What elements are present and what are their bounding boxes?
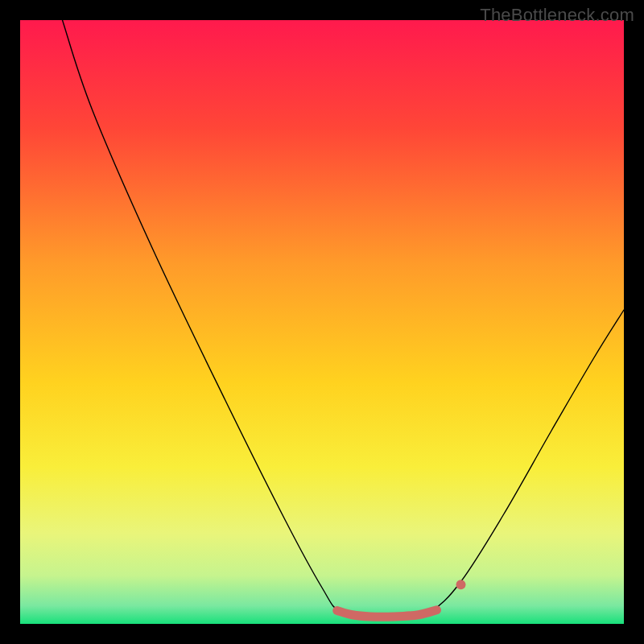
- attribution-label: TheBottleneck.com: [480, 5, 634, 26]
- right-shoulder-dot: [456, 580, 466, 589]
- flat-bottom-marker: [337, 610, 437, 617]
- curve-layer: [20, 20, 624, 624]
- plot-area: [20, 20, 624, 624]
- bottleneck-curve: [63, 20, 625, 619]
- chart-container: TheBottleneck.com: [0, 0, 644, 644]
